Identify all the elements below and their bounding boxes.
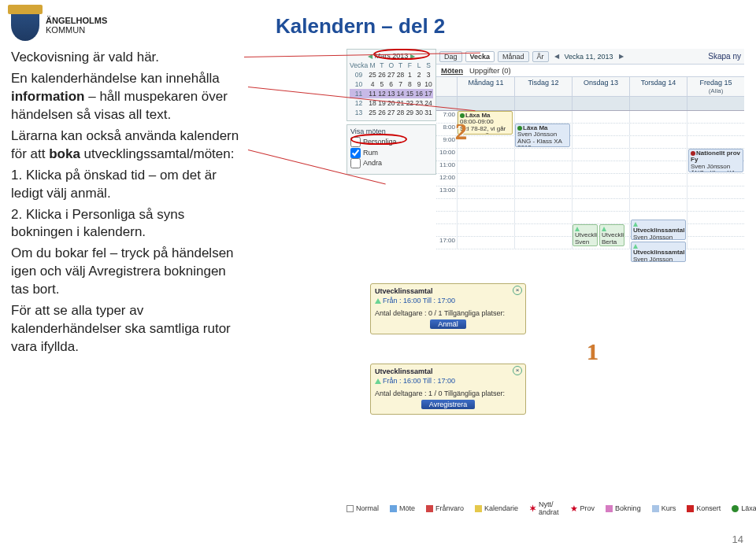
day-head-tue[interactable]: Tisdag 12 [514, 77, 572, 96]
view-ar-button[interactable]: År [532, 51, 549, 62]
legend-mote-icon [390, 505, 397, 512]
chk-rum[interactable]: Rum [350, 148, 432, 159]
tri-icon [575, 227, 580, 231]
legend-kurs-icon [652, 505, 659, 512]
legend-bok-icon [606, 505, 613, 512]
mini-month-label: Mars 2013 [375, 52, 409, 60]
mini-weekhead: Vecka [350, 61, 368, 70]
event-prov-fri[interactable]: Nationellt prov Fy Sven Jönsson ÄNG - Kl… [688, 149, 743, 172]
day-head-wed[interactable]: Onsdag 13 [572, 77, 629, 96]
chk-personliga[interactable]: Personliga [350, 137, 432, 148]
org-line2: KOMMUN [46, 25, 85, 35]
next-month-icon[interactable]: ▶ [410, 53, 415, 60]
next-week-icon[interactable]: ▶ [617, 53, 626, 60]
view-manad-button[interactable]: Månad [498, 51, 529, 62]
popup-title: Utvecklinssamtal [375, 287, 521, 295]
anmal-button[interactable]: Anmäl [430, 319, 466, 329]
calendar-app: ◀ Mars 2013 ▶ Vecka M T O T F L S [346, 49, 744, 249]
instr-p3: Lärarna kan också använda kalendern för … [11, 127, 247, 164]
mini-row[interactable]: 1325262728293031 [350, 108, 433, 117]
annotation-2: 2 [455, 118, 467, 145]
tri-icon [375, 378, 381, 384]
tab-uppgifter[interactable]: Uppgifter (0) [469, 66, 511, 75]
visa-panel: Visa möten Personliga Rum Andra [346, 124, 436, 175]
instr-p2: En kalenderhändelse kan innehålla inform… [11, 70, 247, 124]
page-title: Kalendern – del 2 [276, 14, 445, 39]
week-label: Vecka 11, 2013 [565, 53, 613, 61]
org-line1: ÄNGELHOLMS [46, 16, 107, 25]
day-head-thu[interactable]: Torsdag 14 [629, 77, 687, 96]
prev-month-icon[interactable]: ◀ [368, 53, 372, 60]
popup-title: Utvecklinssamtal [375, 367, 521, 375]
visa-title: Visa möten [350, 127, 432, 135]
legend-kalh-icon [475, 505, 482, 512]
event-utveck-wed1[interactable]: UtvecklinsSven [573, 224, 598, 246]
popup-avreg: × Utvecklinssamtal Från : 16:00 Till : 1… [370, 364, 526, 415]
tri-icon [633, 244, 638, 249]
legend-normal-icon [346, 505, 354, 512]
skapa-ny-link[interactable]: Skapa ny [708, 52, 741, 61]
event-utveck-wed2[interactable]: UtvecklinsBerta [599, 224, 624, 246]
legend-nytt-icon: ✶ [529, 504, 536, 514]
instr-p5: För att se alla typer av kalenderhändels… [11, 302, 247, 356]
page-number: 14 [732, 533, 743, 545]
close-icon[interactable]: × [513, 286, 522, 295]
day-head-mon[interactable]: Måndag 11 [457, 77, 514, 96]
tri-icon [375, 298, 381, 304]
prov-star-icon [691, 151, 695, 156]
event-utveck-thu[interactable]: UtvecklinssamtalSven Jönsson ÄNG - Klass… [631, 220, 686, 240]
event-laxa-tue[interactable]: Läxa Ma Sven Jönsson ÄNG - Klass XA 2013 [515, 124, 570, 147]
legend-fran-icon [426, 505, 433, 512]
legend-prov-icon: ★ [570, 504, 578, 514]
org-logo-block: ÄNGELHOLMS KOMMUN [11, 9, 107, 41]
popup-count: Antal deltagare : 1 / 0 Tillgängliga pla… [375, 389, 521, 397]
event-utveck-thu2[interactable]: UtvecklinssamtalSven Jönsson ÄNG - Klass… [631, 242, 686, 262]
close-icon[interactable]: × [513, 366, 522, 375]
legend-laxa-icon [732, 505, 739, 512]
laxa-dot-icon [517, 126, 522, 131]
instr-li1: 1. Klicka på önskad tid – om det är ledi… [11, 167, 247, 203]
mini-row[interactable]: 1045678910 [350, 79, 433, 89]
tri-icon [633, 222, 638, 227]
hours-grid[interactable]: 7:00 8:00 9:00 10:00 11:00 12:00 13:00 1… [436, 111, 744, 249]
day-head-fri[interactable]: Fredag 15(Alla) [687, 77, 744, 96]
tri-icon [602, 227, 606, 231]
popup-count: Antal deltagare : 0 / 1 Tillgängliga pla… [375, 309, 521, 317]
legend-kons-icon [687, 505, 694, 512]
instr-p4: Om du bokar fel – tryck på händelsen ige… [11, 245, 247, 299]
view-vecka-button[interactable]: Vecka [465, 51, 495, 62]
chk-andra[interactable]: Andra [350, 158, 432, 169]
view-dag-button[interactable]: Dag [439, 51, 462, 62]
instruction-text: Veckovisning är vald här. En kalenderhän… [11, 49, 247, 360]
legend: Normal Möte Frånvaro Kalendarie ✶Nytt/än… [346, 500, 756, 516]
popup-anmal: × Utvecklinssamtal Från : 16:00 Till : 1… [370, 283, 526, 334]
shield-icon [11, 9, 39, 41]
mini-row[interactable]: 1111121314151617 [350, 89, 433, 98]
mini-cal-table: Vecka M T O T F L S 0925262728123 104567… [350, 61, 433, 117]
prev-week-icon[interactable]: ◀ [552, 53, 561, 60]
instr-li2: 2. Klicka i Personliga så syns bokningen… [11, 206, 247, 242]
mini-calendar[interactable]: ◀ Mars 2013 ▶ Vecka M T O T F L S [346, 49, 436, 121]
instr-p1: Veckovisning är vald här. [11, 49, 247, 67]
avregistrera-button[interactable]: Avregistrera [421, 400, 475, 409]
tab-moten[interactable]: Möten [441, 66, 463, 75]
annotation-1: 1 [587, 338, 598, 365]
laxa-dot-icon [460, 113, 465, 118]
org-name: ÄNGELHOLMS KOMMUN [46, 16, 107, 35]
mini-row[interactable]: 0925262728123 [350, 70, 433, 79]
mini-row[interactable]: 1218192021222324 [350, 98, 433, 108]
